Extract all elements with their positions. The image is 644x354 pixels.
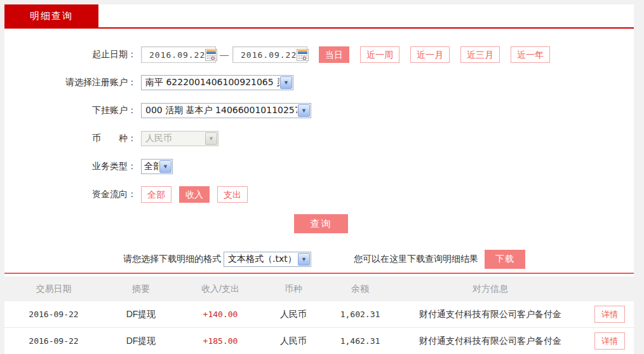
date-range-row: 起止日期： 2016.09.22 — bbox=[4, 46, 634, 63]
register-account-label: 请选择注册账户： bbox=[4, 77, 137, 88]
quick-range-buttons: 当日 近一周 近一月 近三月 近一年 bbox=[319, 46, 550, 63]
col-header-amount: 收入/支出 bbox=[179, 283, 262, 295]
chevron-down-icon[interactable]: ▼ bbox=[298, 253, 310, 266]
download-row: 请您选择下载明细的格式 文本格式（.txt） ▼ 您可以在这里下载查询明细结果 … bbox=[4, 250, 634, 269]
range-week-button[interactable]: 近一周 bbox=[360, 46, 399, 63]
download-format-value: 文本格式（.txt） bbox=[224, 254, 297, 265]
currency-row: 币 种： 人民币 ▼ bbox=[4, 130, 634, 147]
date-range-separator: — bbox=[220, 50, 229, 60]
fund-flow-row: 资金流向： 全部 收入 支出 bbox=[4, 186, 634, 203]
download-format-label: 请您选择下载明细的格式 bbox=[123, 254, 221, 265]
cell-balance: 1,602.31 bbox=[325, 310, 395, 319]
business-type-select[interactable]: 全部 ▼ bbox=[141, 159, 173, 174]
col-header-date: 交易日期 bbox=[4, 283, 103, 295]
cell-counterparty: 财付通支付科技有限公司客户备付金 bbox=[395, 309, 586, 320]
tab-bar: 明细查询 bbox=[4, 4, 634, 27]
detail-button[interactable]: 详情 bbox=[594, 306, 625, 323]
table-row: 2016-09-22 DF提现 +185.00 人民币 1,462.31 财付通… bbox=[4, 328, 634, 354]
range-quarter-button[interactable]: 近三月 bbox=[460, 46, 500, 63]
range-year-button[interactable]: 近一年 bbox=[511, 46, 550, 63]
cell-currency: 人民币 bbox=[262, 309, 325, 320]
sub-account-label: 下挂账户： bbox=[4, 105, 137, 116]
flow-expense-button[interactable]: 支出 bbox=[217, 186, 248, 203]
cell-summary: DF提现 bbox=[103, 309, 179, 320]
download-button[interactable]: 下载 bbox=[485, 250, 525, 269]
business-type-value: 全部 bbox=[142, 161, 159, 172]
start-date-input[interactable]: 2016.09.22 bbox=[141, 46, 216, 63]
tab-detail-query[interactable]: 明细查询 bbox=[4, 4, 98, 27]
register-account-value: 南平 6222001406100921065 灵通卡 bbox=[142, 77, 279, 88]
currency-label: 币 种： bbox=[4, 133, 137, 144]
currency-value: 人民币 bbox=[142, 133, 205, 144]
end-date-input[interactable]: 2016.09.22 bbox=[232, 46, 307, 63]
col-header-counterparty: 对方信息 bbox=[395, 283, 586, 295]
query-row: 查询 bbox=[4, 214, 634, 233]
register-account-row: 请选择注册账户： 南平 6222001406100921065 灵通卡 ▼ bbox=[4, 74, 634, 91]
detail-button[interactable]: 详情 bbox=[594, 332, 625, 350]
cell-amount: +140.00 bbox=[179, 310, 262, 319]
col-header-currency: 币种 bbox=[262, 283, 325, 295]
cell-summary: DF提现 bbox=[103, 336, 179, 347]
fund-flow-label: 资金流向： bbox=[4, 189, 137, 200]
date-range-label: 起止日期： bbox=[4, 49, 137, 60]
business-type-row: 业务类型： 全部 ▼ bbox=[4, 158, 634, 175]
range-month-button[interactable]: 近一月 bbox=[410, 46, 450, 63]
query-button[interactable]: 查询 bbox=[294, 214, 348, 233]
results-table: 交易日期 摘要 收入/支出 币种 余额 对方信息 2016-09-22 DF提现… bbox=[4, 273, 634, 354]
calendar-icon[interactable] bbox=[297, 49, 309, 61]
register-account-select[interactable]: 南平 6222001406100921065 灵通卡 ▼ bbox=[141, 75, 293, 90]
sub-account-select[interactable]: 000 活期 基本户 1406600101102571848 ▼ bbox=[141, 103, 311, 118]
cell-counterparty: 财付通支付科技有限公司客户备付金 bbox=[395, 336, 586, 347]
query-form: 起止日期： 2016.09.22 — bbox=[4, 29, 634, 269]
cell-balance: 1,462.31 bbox=[325, 336, 395, 346]
end-date-value: 2016.09.22 bbox=[241, 50, 297, 60]
download-format-select[interactable]: 文本格式（.txt） ▼ bbox=[224, 252, 311, 267]
start-date-value: 2016.09.22 bbox=[149, 50, 205, 60]
cell-date: 2016-09-22 bbox=[4, 336, 103, 346]
flow-all-button[interactable]: 全部 bbox=[141, 186, 171, 203]
range-today-button[interactable]: 当日 bbox=[319, 46, 349, 63]
sub-account-value: 000 活期 基本户 1406600101102571848 bbox=[142, 105, 297, 116]
currency-select: 人民币 ▼ bbox=[141, 131, 218, 146]
cell-date: 2016-09-22 bbox=[4, 310, 103, 319]
chevron-down-icon[interactable]: ▼ bbox=[298, 104, 310, 117]
business-type-label: 业务类型： bbox=[4, 161, 137, 172]
chevron-down-icon[interactable]: ▼ bbox=[280, 76, 292, 89]
download-hint: 您可以在这里下载查询明细结果 bbox=[354, 254, 478, 265]
table-row: 2016-09-22 DF提现 +140.00 人民币 1,602.31 财付通… bbox=[4, 301, 634, 328]
calendar-icon[interactable] bbox=[205, 49, 217, 61]
content-panel: 明细查询 起止日期： 2016.09.22 bbox=[4, 4, 634, 354]
table-top-divider bbox=[4, 273, 634, 274]
col-header-summary: 摘要 bbox=[103, 283, 179, 295]
flow-income-button[interactable]: 收入 bbox=[179, 186, 210, 203]
table-header-row: 交易日期 摘要 收入/支出 币种 余额 对方信息 bbox=[4, 276, 634, 301]
cell-currency: 人民币 bbox=[262, 336, 325, 347]
col-header-balance: 余额 bbox=[325, 283, 395, 295]
chevron-down-icon: ▼ bbox=[205, 132, 217, 145]
chevron-down-icon[interactable]: ▼ bbox=[159, 160, 171, 173]
sub-account-row: 下挂账户： 000 活期 基本户 1406600101102571848 ▼ bbox=[4, 102, 634, 119]
cell-amount: +185.00 bbox=[179, 336, 262, 346]
